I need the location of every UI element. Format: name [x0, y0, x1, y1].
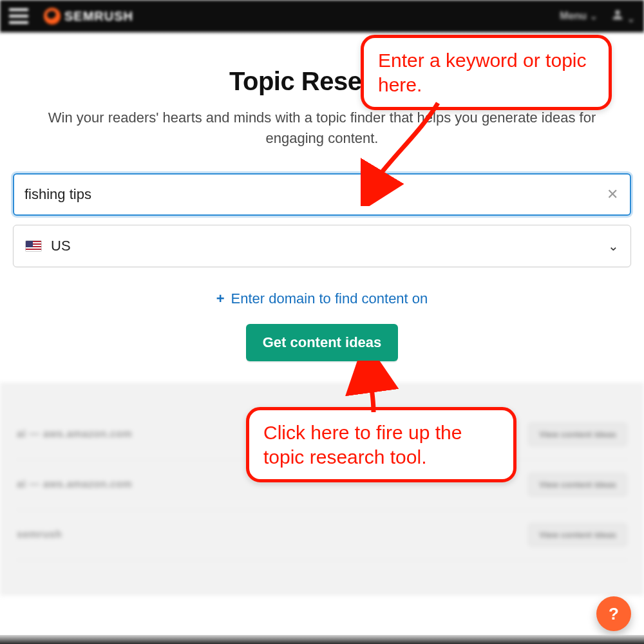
menu-icon[interactable]	[9, 8, 28, 24]
view-content-ideas-button[interactable]: View content ideas	[528, 473, 627, 497]
page-subtitle: Win your readers' hearts and minds with …	[13, 108, 631, 149]
topbar-right: Menu ⌄ ⌄	[560, 8, 635, 24]
question-icon: ?	[609, 604, 619, 624]
plus-icon: +	[216, 290, 225, 307]
search-form: ✕ US ⌄ + Enter domain to find content on…	[13, 173, 631, 361]
bottom-shadow	[0, 635, 644, 644]
brand-label: SEMRUSH	[64, 9, 133, 24]
brand-mark-icon	[44, 8, 61, 24]
us-flag-icon	[25, 240, 42, 252]
menu-dropdown[interactable]: Menu ⌄	[560, 10, 597, 22]
country-select[interactable]: US ⌄	[13, 225, 631, 267]
view-content-ideas-button[interactable]: View content ideas	[528, 523, 627, 547]
history-row: semrush View content ideas	[17, 510, 627, 560]
clear-input-button[interactable]: ✕	[604, 186, 621, 203]
history-item-label: ai — aws.amazon.com	[17, 428, 132, 440]
add-domain-label: Enter domain to find content on	[231, 290, 428, 307]
annotation-callout-keyword: Enter a keyword or topic here.	[361, 35, 612, 110]
chevron-down-icon: ⌄	[608, 238, 619, 254]
chevron-down-icon: ⌄	[627, 14, 635, 24]
close-icon: ✕	[607, 186, 618, 203]
keyword-input[interactable]	[13, 173, 631, 216]
view-content-ideas-button[interactable]: View content ideas	[528, 422, 627, 446]
country-value: US	[51, 238, 71, 254]
top-bar: SEMRUSH Menu ⌄ ⌄	[0, 0, 644, 32]
user-icon	[611, 8, 625, 22]
keyword-field-wrap: ✕	[13, 173, 631, 216]
history-item-label: semrush	[17, 529, 62, 540]
add-domain-link[interactable]: + Enter domain to find content on	[13, 290, 631, 307]
chevron-down-icon: ⌄	[590, 11, 598, 21]
history-item-label: ai — aws.amazon.com	[17, 478, 132, 490]
user-menu[interactable]: ⌄	[611, 8, 635, 24]
annotation-callout-cta: Click here to fire up the topic research…	[246, 407, 516, 482]
get-content-ideas-button[interactable]: Get content ideas	[246, 324, 399, 361]
help-button[interactable]: ?	[596, 596, 631, 631]
brand-logo[interactable]: SEMRUSH	[44, 8, 133, 24]
